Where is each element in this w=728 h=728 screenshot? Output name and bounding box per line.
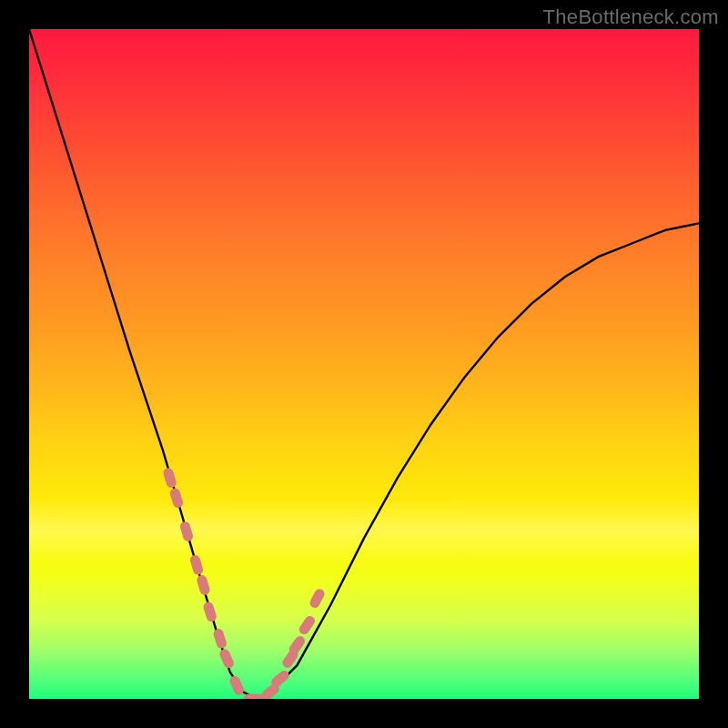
watermark-text: TheBottleneck.com bbox=[543, 5, 719, 29]
chart-frame: TheBottleneck.com bbox=[0, 0, 728, 728]
highlight-band bbox=[29, 499, 699, 562]
plot-background bbox=[29, 29, 699, 699]
